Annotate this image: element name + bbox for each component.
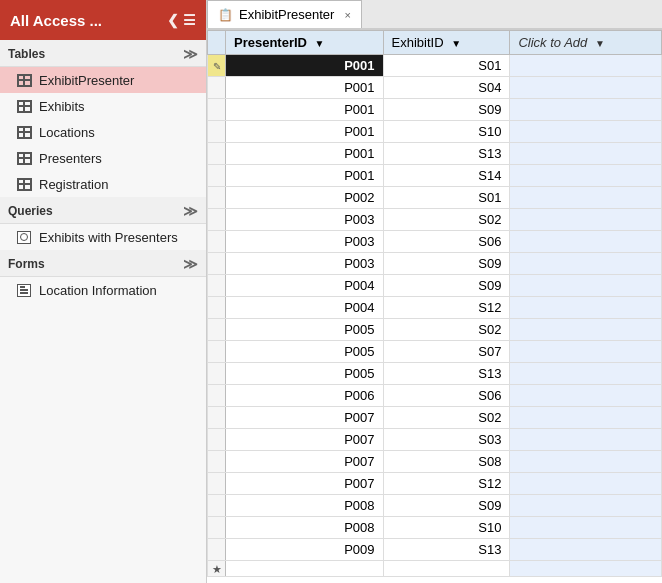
new-row-exhibitid[interactable] [383, 561, 510, 577]
cell-exhibitid[interactable]: S02 [383, 209, 510, 231]
cell-exhibitid[interactable]: S03 [383, 429, 510, 451]
cell-exhibitid[interactable]: S13 [383, 143, 510, 165]
cell-exhibitid[interactable]: S01 [383, 187, 510, 209]
cell-presenterid[interactable]: P007 [226, 451, 384, 473]
cell-exhibitid[interactable]: S13 [383, 363, 510, 385]
table-row[interactable]: P006S06 [208, 385, 662, 407]
cell-presenterid[interactable]: P008 [226, 495, 384, 517]
cell-exhibitid[interactable]: S06 [383, 385, 510, 407]
cell-exhibitid[interactable]: S14 [383, 165, 510, 187]
cell-click-to-add[interactable] [510, 121, 662, 143]
cell-exhibitid[interactable]: S04 [383, 77, 510, 99]
cell-presenterid[interactable]: P001 [226, 77, 384, 99]
cell-presenterid[interactable]: P005 [226, 363, 384, 385]
forms-chevron-icon[interactable]: ≫ [183, 256, 198, 272]
cell-presenterid[interactable]: P003 [226, 231, 384, 253]
table-row[interactable]: P004S12 [208, 297, 662, 319]
cell-click-to-add[interactable] [510, 451, 662, 473]
cell-presenterid[interactable]: P001 [226, 121, 384, 143]
table-row[interactable]: P001S09 [208, 99, 662, 121]
cell-click-to-add[interactable] [510, 407, 662, 429]
cell-exhibitid[interactable]: S10 [383, 517, 510, 539]
cell-presenterid[interactable]: P004 [226, 297, 384, 319]
cell-presenterid[interactable]: P004 [226, 275, 384, 297]
table-row[interactable]: P003S09 [208, 253, 662, 275]
cell-click-to-add[interactable] [510, 77, 662, 99]
cell-click-to-add[interactable] [510, 143, 662, 165]
table-row[interactable]: P002S01 [208, 187, 662, 209]
queries-chevron-icon[interactable]: ≫ [183, 203, 198, 219]
column-header-exhibitid[interactable]: ExhibitID ▼ [383, 31, 510, 55]
cell-click-to-add[interactable] [510, 187, 662, 209]
cell-click-to-add[interactable] [510, 341, 662, 363]
new-row[interactable]: ★ [208, 561, 662, 577]
table-row[interactable]: ✎P001S01 [208, 55, 662, 77]
cell-exhibitid[interactable]: S06 [383, 231, 510, 253]
cell-exhibitid[interactable]: S09 [383, 99, 510, 121]
cell-click-to-add[interactable] [510, 275, 662, 297]
cell-exhibitid[interactable]: S13 [383, 539, 510, 561]
cell-click-to-add[interactable] [510, 165, 662, 187]
cell-click-to-add[interactable] [510, 297, 662, 319]
cell-exhibitid[interactable]: S09 [383, 253, 510, 275]
cell-click-to-add[interactable] [510, 319, 662, 341]
table-row[interactable]: P001S04 [208, 77, 662, 99]
cell-presenterid[interactable]: P001 [226, 99, 384, 121]
cell-click-to-add[interactable] [510, 495, 662, 517]
sidebar-item-exhibitpresenter[interactable]: ExhibitPresenter [0, 67, 206, 93]
cell-click-to-add[interactable] [510, 99, 662, 121]
sidebar-item-exhibits-with-presenters[interactable]: Exhibits with Presenters [0, 224, 206, 250]
table-row[interactable]: P007S03 [208, 429, 662, 451]
cell-presenterid[interactable]: P007 [226, 429, 384, 451]
cell-exhibitid[interactable]: S08 [383, 451, 510, 473]
sidebar-item-location-information[interactable]: Location Information [0, 277, 206, 303]
cell-presenterid[interactable]: P001 [226, 143, 384, 165]
cell-presenterid[interactable]: P005 [226, 319, 384, 341]
cell-exhibitid[interactable]: S09 [383, 275, 510, 297]
cell-exhibitid[interactable]: S12 [383, 297, 510, 319]
table-row[interactable]: P008S10 [208, 517, 662, 539]
tables-chevron-icon[interactable]: ≫ [183, 46, 198, 62]
datasheet[interactable]: PresenterID ▼ ExhibitID ▼ Click to Add ▼… [207, 30, 662, 583]
cell-presenterid[interactable]: P009 [226, 539, 384, 561]
cell-click-to-add[interactable] [510, 363, 662, 385]
cell-click-to-add[interactable] [510, 209, 662, 231]
cell-exhibitid[interactable]: S02 [383, 407, 510, 429]
cell-click-to-add[interactable] [510, 253, 662, 275]
cell-presenterid[interactable]: P007 [226, 473, 384, 495]
cell-exhibitid[interactable]: S07 [383, 341, 510, 363]
sidebar-item-presenters[interactable]: Presenters [0, 145, 206, 171]
table-row[interactable]: P005S02 [208, 319, 662, 341]
tab-exhibitpresenter[interactable]: 📋 ExhibitPresenter × [207, 0, 362, 28]
menu-icon[interactable]: ☰ [183, 12, 196, 28]
tab-close-button[interactable]: × [344, 9, 350, 21]
cell-click-to-add[interactable] [510, 385, 662, 407]
table-row[interactable]: P007S12 [208, 473, 662, 495]
table-row[interactable]: P005S07 [208, 341, 662, 363]
cell-presenterid[interactable]: P001 [226, 165, 384, 187]
sidebar-item-registration[interactable]: Registration [0, 171, 206, 197]
table-row[interactable]: P004S09 [208, 275, 662, 297]
column-header-presenterid[interactable]: PresenterID ▼ [226, 31, 384, 55]
cell-exhibitid[interactable]: S02 [383, 319, 510, 341]
table-row[interactable]: P003S02 [208, 209, 662, 231]
sidebar-item-exhibits[interactable]: Exhibits [0, 93, 206, 119]
cell-click-to-add[interactable] [510, 231, 662, 253]
cell-click-to-add[interactable] [510, 55, 662, 77]
table-row[interactable]: P007S02 [208, 407, 662, 429]
sidebar-item-locations[interactable]: Locations [0, 119, 206, 145]
cell-click-to-add[interactable] [510, 517, 662, 539]
table-row[interactable]: P005S13 [208, 363, 662, 385]
cell-click-to-add[interactable] [510, 429, 662, 451]
new-row-presenterid[interactable] [226, 561, 384, 577]
table-row[interactable]: P003S06 [208, 231, 662, 253]
table-row[interactable]: P008S09 [208, 495, 662, 517]
cell-click-to-add[interactable] [510, 473, 662, 495]
new-row-click[interactable] [510, 561, 662, 577]
cell-presenterid[interactable]: P006 [226, 385, 384, 407]
cell-presenterid[interactable]: P003 [226, 253, 384, 275]
table-row[interactable]: P001S14 [208, 165, 662, 187]
cell-presenterid[interactable]: P003 [226, 209, 384, 231]
table-row[interactable]: P001S13 [208, 143, 662, 165]
cell-exhibitid[interactable]: S12 [383, 473, 510, 495]
